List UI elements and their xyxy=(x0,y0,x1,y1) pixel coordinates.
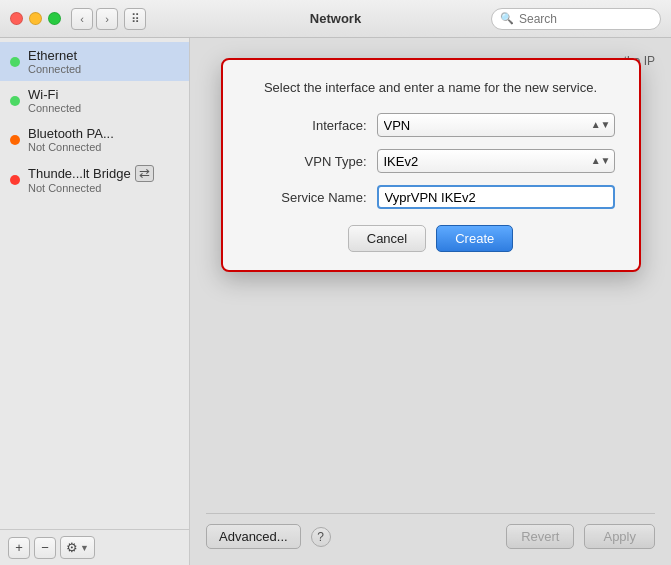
search-box: 🔍 xyxy=(491,8,661,30)
traffic-lights xyxy=(10,12,61,25)
vpn-type-label: VPN Type: xyxy=(247,154,367,169)
sidebar-item-wifi[interactable]: Wi-Fi Connected xyxy=(0,81,189,120)
gear-button[interactable]: ⚙ ▼ xyxy=(60,536,95,559)
search-input[interactable] xyxy=(519,12,652,26)
gear-icon: ⚙ xyxy=(66,540,78,555)
thunderbolt-name: Thunde...lt Bridge xyxy=(28,166,131,181)
window-title: Network xyxy=(310,11,361,26)
modal-overlay: Select the interface and enter a name fo… xyxy=(190,38,671,565)
vpn-type-select[interactable]: IKEv2 L2TP over IPSec Cisco IPSec IKEv1 xyxy=(377,149,615,173)
sidebar-bottom: + − ⚙ ▼ xyxy=(0,529,189,565)
service-name-input[interactable] xyxy=(377,185,615,209)
cancel-button[interactable]: Cancel xyxy=(348,225,426,252)
titlebar: ‹ › ⠿ Network 🔍 xyxy=(0,0,671,38)
interface-label: Interface: xyxy=(247,118,367,133)
search-icon: 🔍 xyxy=(500,12,514,25)
thunderbolt-status-dot xyxy=(10,175,20,185)
sidebar-item-thunderbolt[interactable]: Thunde...lt Bridge ⇄ Not Connected xyxy=(0,159,189,200)
sidebar: Ethernet Connected Wi-Fi Connected Bluet… xyxy=(0,38,190,565)
gear-arrow-icon: ▼ xyxy=(80,543,89,553)
ethernet-name: Ethernet xyxy=(28,48,81,63)
add-service-button[interactable]: + xyxy=(8,537,30,559)
grid-button[interactable]: ⠿ xyxy=(124,8,146,30)
minimize-button[interactable] xyxy=(29,12,42,25)
wifi-status: Connected xyxy=(28,102,81,114)
bluetooth-name: Bluetooth PA... xyxy=(28,126,114,141)
sidebar-item-bluetooth[interactable]: Bluetooth PA... Not Connected xyxy=(0,120,189,159)
vpn-type-row: VPN Type: IKEv2 L2TP over IPSec Cisco IP… xyxy=(247,149,615,173)
thunderbolt-icon: ⇄ xyxy=(135,165,154,182)
modal-title: Select the interface and enter a name fo… xyxy=(247,80,615,95)
vpn-type-select-wrapper: IKEv2 L2TP over IPSec Cisco IPSec IKEv1 … xyxy=(377,149,615,173)
content-panel: the IP IP Address: 10.78.51.76 Subnet Ma… xyxy=(190,38,671,565)
service-name-label: Service Name: xyxy=(247,190,367,205)
bluetooth-status-dot xyxy=(10,135,20,145)
wifi-status-dot xyxy=(10,96,20,106)
thunderbolt-status: Not Connected xyxy=(28,182,179,194)
wifi-name: Wi-Fi xyxy=(28,87,81,102)
maximize-button[interactable] xyxy=(48,12,61,25)
close-button[interactable] xyxy=(10,12,23,25)
new-service-modal: Select the interface and enter a name fo… xyxy=(221,58,641,272)
create-button[interactable]: Create xyxy=(436,225,513,252)
back-button[interactable]: ‹ xyxy=(71,8,93,30)
remove-service-button[interactable]: − xyxy=(34,537,56,559)
modal-buttons: Cancel Create xyxy=(247,225,615,252)
interface-row: Interface: VPN ▲▼ xyxy=(247,113,615,137)
sidebar-list: Ethernet Connected Wi-Fi Connected Bluet… xyxy=(0,38,189,529)
ethernet-status: Connected xyxy=(28,63,81,75)
interface-select[interactable]: VPN xyxy=(377,113,615,137)
sidebar-item-ethernet[interactable]: Ethernet Connected xyxy=(0,42,189,81)
ethernet-status-dot xyxy=(10,57,20,67)
service-name-row: Service Name: xyxy=(247,185,615,209)
forward-button[interactable]: › xyxy=(96,8,118,30)
bluetooth-status: Not Connected xyxy=(28,141,114,153)
main-content: Ethernet Connected Wi-Fi Connected Bluet… xyxy=(0,38,671,565)
interface-select-wrapper: VPN ▲▼ xyxy=(377,113,615,137)
